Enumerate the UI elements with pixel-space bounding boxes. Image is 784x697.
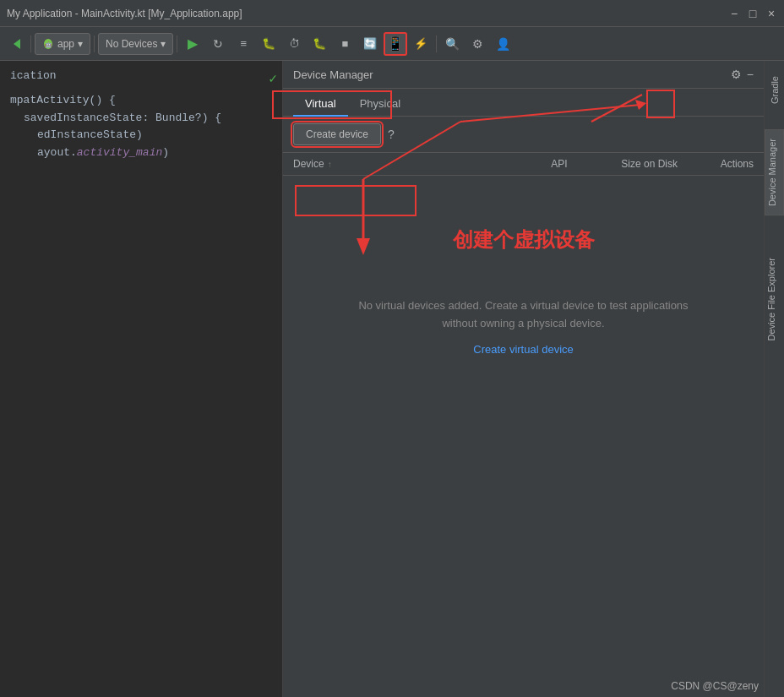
no-devices-button[interactable]: No Devices ▾ (98, 33, 173, 55)
device-manager-title: Device Manager (293, 68, 373, 81)
build-button[interactable]: ≡ (231, 32, 255, 56)
device-manager-header: Device Manager ⚙ − (283, 61, 764, 89)
sync-button[interactable]: 🔄 (358, 32, 382, 56)
avd-button[interactable]: ⚡ (409, 32, 433, 56)
code-text-4: edInstanceState) (10, 127, 143, 144)
sort-arrow-icon: ↑ (328, 160, 332, 169)
device-manager-tabs: Virtual Physical (283, 89, 764, 117)
device-manager-toolbar-button[interactable]: 📱 (384, 32, 407, 56)
code-line-4: edInstanceState) (10, 127, 275, 144)
main-toolbar: 🤖 app ▾ No Devices ▾ ▶ ↻ ≡ 🐛 ⏱ 🐛 ■ 🔄 📱 ⚡… (0, 27, 784, 61)
col-api-header: API (525, 158, 593, 170)
code-line-2: mpatActivity() { (10, 92, 275, 110)
maximize-button[interactable]: □ (747, 8, 759, 19)
window-title: My Application - MainActivity.kt [My_App… (7, 8, 242, 19)
separator-2 (94, 35, 95, 52)
dm-table-header: Device ↑ API Size on Disk Actions (283, 153, 764, 176)
code-text-3: savedInstanceState: Bundle?) { (10, 110, 221, 128)
minimize-button[interactable]: − (728, 8, 740, 19)
app-dropdown-icon: ▾ (78, 38, 83, 50)
code-line-3: savedInstanceState: Bundle?) { (10, 110, 275, 128)
app-selector[interactable]: 🤖 app ▾ (35, 33, 90, 55)
no-devices-dropdown-icon: ▾ (161, 38, 166, 50)
debug-button[interactable]: 🐛 (257, 32, 280, 56)
dm-minimize-button[interactable]: − (747, 68, 754, 81)
dm-toolbar: Create device ? (283, 117, 764, 153)
app-label: app (57, 38, 74, 50)
no-devices-label: No Devices (106, 38, 157, 50)
profile-button[interactable]: ⏱ (282, 32, 306, 56)
code-line-5: ayout.activity_main) (10, 144, 275, 162)
code-text-6: ) (162, 144, 169, 162)
stop-button[interactable]: ■ (333, 32, 357, 56)
code-text: ication (10, 68, 57, 85)
empty-state-message: No virtual devices added. Create a virtu… (346, 297, 701, 333)
code-text-2: mpatActivity() { (10, 92, 116, 110)
attach-button[interactable]: 🐛 (308, 32, 331, 56)
settings-toolbar-button[interactable]: ⚙ (466, 32, 489, 56)
help-icon[interactable]: ? (388, 128, 395, 141)
dm-empty-state: 创建个虚拟设备 No virtual devices added. Create… (283, 176, 764, 697)
device-manager-side-tab[interactable]: Device Manager (765, 129, 784, 215)
watermark: CSDN @CS@zeny (671, 680, 759, 692)
svg-marker-0 (14, 39, 20, 49)
code-editor-panel: ication ✓ mpatActivity() { savedInstance… (0, 61, 283, 697)
close-button[interactable]: × (765, 8, 777, 19)
tab-physical[interactable]: Physical (348, 92, 412, 117)
separator-3 (177, 35, 177, 52)
checkmark-icon: ✓ (269, 69, 277, 91)
device-manager-panel: Device Manager ⚙ − Virtual Physical Crea… (283, 61, 764, 697)
code-content: ication ✓ mpatActivity() { savedInstance… (0, 61, 282, 169)
search-toolbar-button[interactable]: 🔍 (440, 32, 464, 56)
col-device-header: Device ↑ (293, 158, 525, 170)
separator-4 (436, 35, 437, 52)
code-italic: activity_main (77, 144, 162, 162)
col-actions-header: Actions (678, 158, 754, 170)
create-device-button[interactable]: Create device (293, 123, 381, 145)
separator-1 (30, 35, 31, 52)
device-file-explorer-tab[interactable]: Device File Explorer (765, 249, 784, 349)
code-line-1: ication ✓ (10, 68, 275, 85)
android-icon: 🤖 (42, 38, 54, 50)
gradle-tab[interactable]: Gradle (768, 68, 781, 112)
dm-settings-button[interactable]: ⚙ (731, 68, 742, 81)
code-text-5: ayout. (10, 144, 77, 162)
chinese-annotation: 创建个虚拟设备 (453, 226, 595, 253)
title-bar: My Application - MainActivity.kt [My_App… (0, 0, 784, 27)
account-button[interactable]: 👤 (491, 32, 514, 56)
dm-header-actions: ⚙ − (731, 68, 754, 81)
tab-virtual[interactable]: Virtual (293, 92, 348, 117)
back-button[interactable] (3, 32, 27, 56)
window-controls: − □ × (728, 8, 777, 19)
col-size-header: Size on Disk (593, 158, 678, 170)
refresh-button[interactable]: ↻ (206, 32, 230, 56)
svg-text:🤖: 🤖 (45, 41, 52, 48)
main-area: ication ✓ mpatActivity() { savedInstance… (0, 61, 784, 697)
side-panel-tabs: Gradle Device Manager Device File Explor… (764, 61, 784, 697)
run-button[interactable]: ▶ (181, 32, 204, 56)
create-virtual-device-link[interactable]: Create virtual device (473, 343, 574, 356)
